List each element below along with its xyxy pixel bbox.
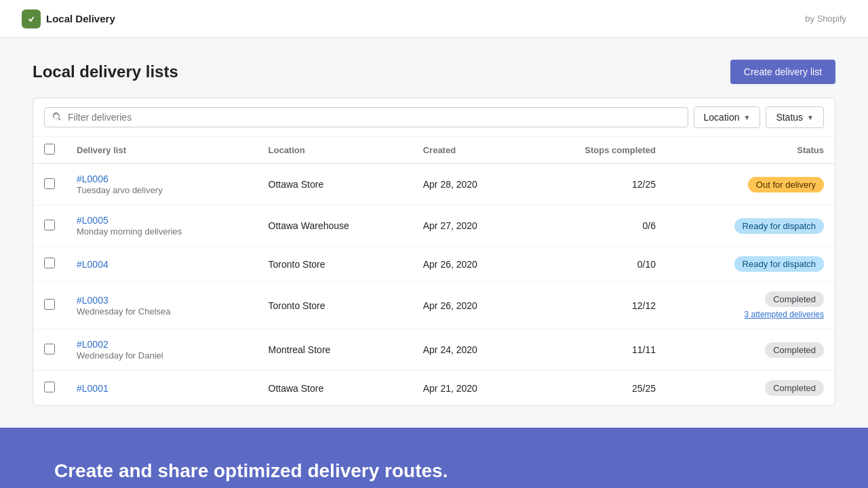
brand-name: Local Delivery (46, 13, 115, 24)
cell-delivery-list: #L0005 Monday morning deliveries (66, 205, 258, 247)
select-all-checkbox[interactable] (44, 144, 55, 155)
deliveries-table: Delivery list Location Created Stops com… (33, 137, 835, 405)
status-badge: Completed (765, 342, 824, 358)
search-icon (52, 112, 62, 123)
delivery-subtitle: Wednesday for Daniel (77, 350, 163, 361)
row-checkbox-cell (33, 205, 66, 247)
deliveries-card: Location ▼ Status ▼ Delivery list Locati… (33, 98, 835, 406)
attempted-deliveries-link[interactable]: 3 attempted deliveries (677, 310, 824, 319)
row-checkbox[interactable] (44, 258, 55, 268)
delivery-list-link[interactable]: #L0002 (77, 339, 247, 350)
table-row: #L0002 Wednesday for Daniel Montreal Sto… (33, 329, 835, 371)
cell-created: Apr 27, 2020 (412, 205, 527, 247)
delivery-subtitle: Wednesday for Chelsea (77, 306, 171, 317)
row-checkbox-cell (33, 329, 66, 371)
table-row: #L0005 Monday morning deliveries Ottawa … (33, 205, 835, 247)
cell-created: Apr 28, 2020 (412, 164, 527, 205)
cell-location: Montreal Store (258, 329, 412, 371)
cell-location: Ottawa Store (258, 371, 412, 406)
cell-delivery-list: #L0001 (66, 371, 258, 406)
search-wrapper (44, 107, 688, 127)
cell-stops: 12/25 (527, 164, 667, 205)
location-filter-button[interactable]: Location ▼ (694, 106, 761, 128)
row-checkbox-cell (33, 371, 66, 406)
svg-point-0 (26, 14, 36, 24)
page-header: Local delivery lists Create delivery lis… (33, 60, 835, 84)
create-delivery-list-button[interactable]: Create delivery list (730, 60, 835, 84)
delivery-list-link[interactable]: #L0006 (77, 174, 247, 184)
cell-stops: 0/6 (527, 205, 667, 247)
row-checkbox-cell (33, 164, 66, 205)
row-checkbox-cell (33, 247, 66, 282)
delivery-list-link[interactable]: #L0001 (77, 383, 247, 394)
cell-status: Completed (667, 329, 835, 371)
status-badge: Ready for dispatch (734, 218, 824, 234)
status-badge: Completed (765, 380, 824, 396)
col-location: Location (258, 137, 412, 164)
cell-delivery-list: #L0006 Tuesday arvo delivery (66, 164, 258, 205)
cell-status: Completed (667, 371, 835, 406)
delivery-subtitle: Monday morning deliveries (77, 226, 182, 237)
table-row: #L0006 Tuesday arvo delivery Ottawa Stor… (33, 164, 835, 205)
col-delivery-list: Delivery list (66, 137, 258, 164)
cell-created: Apr 24, 2020 (412, 329, 527, 371)
cell-location: Toronto Store (258, 282, 412, 329)
cell-location: Toronto Store (258, 247, 412, 282)
cell-status: Ready for dispatch (667, 205, 835, 247)
select-all-col (33, 137, 66, 164)
table-header: Delivery list Location Created Stops com… (33, 137, 835, 164)
cell-stops: 25/25 (527, 371, 667, 406)
search-input[interactable] (68, 112, 681, 123)
brand: Local Delivery (22, 9, 115, 28)
row-checkbox[interactable] (44, 382, 55, 392)
table-row: #L0004 Toronto Store Apr 26, 2020 0/10 R… (33, 247, 835, 282)
cell-delivery-list: #L0004 (66, 247, 258, 282)
delivery-list-link[interactable]: #L0005 (77, 215, 247, 226)
shopify-label: by Shopify (805, 14, 846, 24)
cell-delivery-list: #L0003 Wednesday for Chelsea (66, 282, 258, 329)
status-badge: Completed (765, 291, 824, 307)
filter-bar: Location ▼ Status ▼ (33, 98, 835, 137)
row-checkbox[interactable] (44, 344, 55, 354)
cell-created: Apr 26, 2020 (412, 247, 527, 282)
delivery-list-link[interactable]: #L0003 (77, 295, 247, 306)
app-icon (22, 9, 41, 28)
footer-banner: Create and share optimized delivery rout… (0, 428, 868, 488)
delivery-list-link[interactable]: #L0004 (77, 259, 247, 270)
cell-delivery-list: #L0002 Wednesday for Daniel (66, 329, 258, 371)
chevron-down-icon: ▼ (743, 114, 750, 121)
cell-status: Ready for dispatch (667, 247, 835, 282)
cell-stops: 12/12 (527, 282, 667, 329)
delivery-subtitle: Tuesday arvo delivery (77, 185, 163, 195)
row-checkbox-cell (33, 282, 66, 329)
cell-stops: 0/10 (527, 247, 667, 282)
col-created: Created (412, 137, 527, 164)
cell-stops: 11/11 (527, 329, 667, 371)
row-checkbox[interactable] (44, 299, 55, 310)
header: Local Delivery by Shopify (0, 0, 868, 38)
cell-status: Completed 3 attempted deliveries (667, 282, 835, 329)
table-row: #L0003 Wednesday for Chelsea Toronto Sto… (33, 282, 835, 329)
cell-status: Out for delivery (667, 164, 835, 205)
status-badge: Ready for dispatch (734, 256, 824, 272)
footer-text: Create and share optimized delivery rout… (54, 460, 448, 482)
cell-created: Apr 21, 2020 (412, 371, 527, 406)
chevron-down-icon: ▼ (807, 114, 814, 121)
page-title: Local delivery lists (33, 62, 178, 81)
col-status: Status (667, 137, 835, 164)
col-stops: Stops completed (527, 137, 667, 164)
cell-created: Apr 26, 2020 (412, 282, 527, 329)
row-checkbox[interactable] (44, 220, 55, 230)
table-row: #L0001 Ottawa Store Apr 21, 2020 25/25 C… (33, 371, 835, 406)
main-content: Local delivery lists Create delivery lis… (0, 38, 868, 428)
cell-location: Ottawa Warehouse (258, 205, 412, 247)
table-body: #L0006 Tuesday arvo delivery Ottawa Stor… (33, 164, 835, 406)
row-checkbox[interactable] (44, 178, 55, 189)
status-badge: Out for delivery (748, 177, 824, 192)
cell-location: Ottawa Store (258, 164, 412, 205)
status-filter-button[interactable]: Status ▼ (766, 106, 824, 128)
